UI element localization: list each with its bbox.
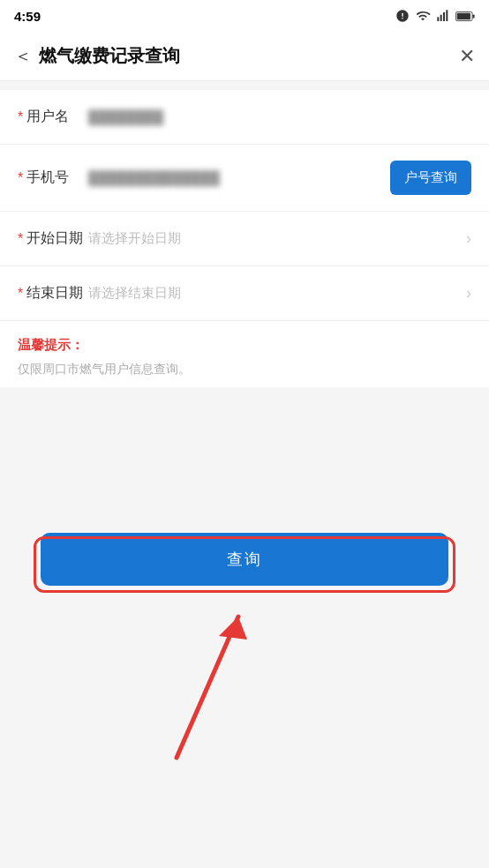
start-date-chevron-icon: › — [466, 229, 471, 248]
phone-row: * 手机号 ██████████████ 户号查询 — [0, 145, 489, 212]
hint-section: 温馨提示： 仅限周口市燃气用户信息查询。 — [0, 321, 489, 387]
notification-icon — [395, 9, 410, 23]
hint-text: 仅限周口市燃气用户信息查询。 — [18, 359, 471, 378]
end-date-chevron-icon: › — [466, 284, 471, 303]
header: ＜ 燃气缴费记录查询 ✕ — [0, 32, 489, 81]
svg-rect-3 — [446, 10, 448, 21]
battery-icon — [455, 11, 475, 22]
username-required: * — [18, 109, 23, 125]
start-date-label: * 开始日期 — [18, 229, 88, 248]
submit-area: 查询 — [41, 533, 448, 586]
username-row: * 用户名 ████████ — [0, 90, 489, 145]
status-bar: 4:59 — [0, 0, 489, 32]
svg-rect-0 — [437, 17, 439, 21]
start-date-row[interactable]: * 开始日期 请选择开始日期 › — [0, 212, 489, 266]
phone-label: * 手机号 — [18, 168, 88, 187]
signal-icon — [436, 9, 450, 23]
end-date-label: * 结束日期 — [18, 284, 88, 303]
svg-marker-8 — [219, 617, 247, 640]
page-title: 燃气缴费记录查询 — [39, 44, 180, 68]
status-icons — [395, 9, 475, 23]
close-button[interactable]: ✕ — [459, 45, 475, 68]
phone-required: * — [18, 170, 23, 186]
account-query-button[interactable]: 户号查询 — [390, 161, 471, 195]
hint-title: 温馨提示： — [18, 337, 471, 354]
arrow-annotation — [141, 572, 318, 775]
form-content: * 用户名 ████████ * 手机号 ██████████████ 户号查询… — [0, 90, 489, 387]
phone-value[interactable]: ██████████████ — [88, 170, 381, 185]
start-date-placeholder[interactable]: 请选择开始日期 — [88, 230, 459, 247]
svg-rect-2 — [443, 12, 445, 21]
header-left: ＜ 燃气缴费记录查询 — [14, 44, 180, 68]
status-time: 4:59 — [14, 9, 41, 24]
back-button[interactable]: ＜ — [14, 44, 32, 68]
username-value[interactable]: ████████ — [88, 109, 471, 124]
svg-line-7 — [177, 617, 238, 758]
end-date-placeholder[interactable]: 请选择结束日期 — [88, 285, 459, 302]
svg-rect-5 — [457, 12, 470, 19]
end-date-row[interactable]: * 结束日期 请选择结束日期 › — [0, 266, 489, 321]
end-date-required: * — [18, 286, 23, 302]
start-date-required: * — [18, 231, 23, 247]
submit-button[interactable]: 查询 — [41, 533, 448, 586]
svg-rect-1 — [440, 15, 442, 21]
username-label: * 用户名 — [18, 108, 88, 126]
svg-rect-6 — [472, 14, 474, 18]
wifi-icon — [415, 9, 431, 23]
